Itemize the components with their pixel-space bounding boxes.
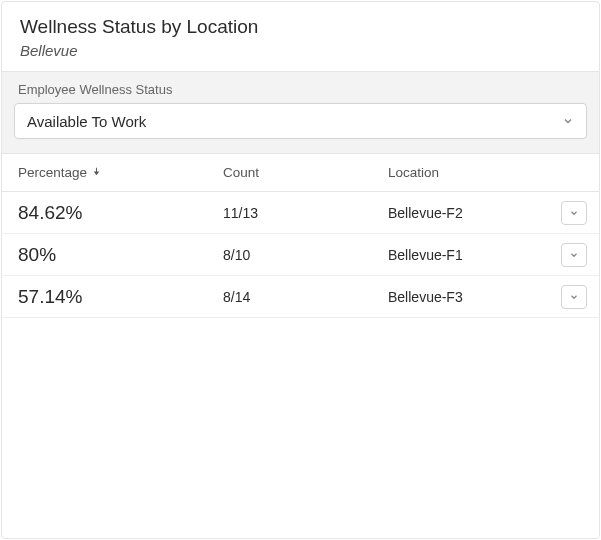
filter-panel: Employee Wellness Status Available To Wo… [2,71,599,154]
cell-count: 8/14 [223,289,388,305]
chevron-down-icon [569,246,579,264]
column-header-count-label: Count [223,165,259,180]
cell-location: Bellevue-F2 [388,205,561,221]
column-header-location[interactable]: Location [388,165,561,180]
cell-percentage: 80% [18,244,223,266]
card-title: Wellness Status by Location [20,16,581,38]
chevron-down-icon [569,204,579,222]
chevron-down-icon [562,115,574,127]
column-header-percentage[interactable]: Percentage [18,165,223,180]
column-header-percentage-label: Percentage [18,165,87,180]
table-row: 57.14% 8/14 Bellevue-F3 [2,276,599,318]
cell-count: 8/10 [223,247,388,263]
table-row: 84.62% 11/13 Bellevue-F2 [2,192,599,234]
sort-descending-icon [91,165,102,180]
column-header-count[interactable]: Count [223,165,388,180]
table-row: 80% 8/10 Bellevue-F1 [2,234,599,276]
status-dropdown-value: Available To Work [27,113,146,130]
column-header-location-label: Location [388,165,439,180]
card-subtitle: Bellevue [20,42,581,59]
cell-percentage: 57.14% [18,286,223,308]
row-action-button[interactable] [561,243,587,267]
chevron-down-icon [569,288,579,306]
cell-percentage: 84.62% [18,202,223,224]
table-body: 84.62% 11/13 Bellevue-F2 80% 8/10 Bellev… [2,192,599,318]
cell-count: 11/13 [223,205,388,221]
status-dropdown[interactable]: Available To Work [14,103,587,139]
data-table: Percentage Count Location 84.62% 11/13 B… [2,154,599,538]
cell-location: Bellevue-F3 [388,289,561,305]
row-action-button[interactable] [561,201,587,225]
row-action-button[interactable] [561,285,587,309]
cell-location: Bellevue-F1 [388,247,561,263]
wellness-status-card: Wellness Status by Location Bellevue Emp… [1,1,600,539]
card-header: Wellness Status by Location Bellevue [2,2,599,71]
table-header-row: Percentage Count Location [2,154,599,192]
filter-label: Employee Wellness Status [18,82,587,97]
